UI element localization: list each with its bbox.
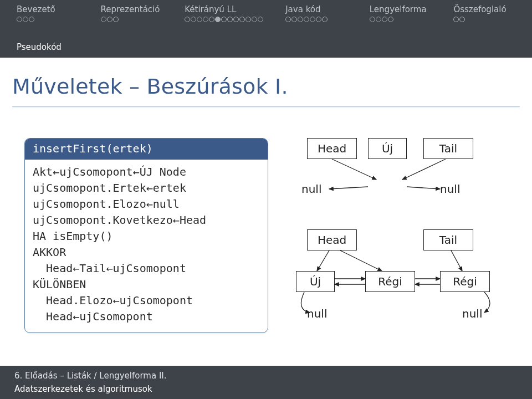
nav-label: Java kód	[285, 4, 347, 14]
progress-dot	[239, 17, 245, 22]
progress-dot	[316, 17, 321, 22]
progress-dot	[304, 17, 309, 22]
svg-line-7	[451, 250, 462, 271]
svg-line-6	[340, 250, 382, 271]
footer-line-1: 6. Előadás – Listák / Lengyelforma II.	[14, 371, 518, 381]
progress-dot	[322, 17, 328, 22]
progress-dot	[23, 17, 28, 22]
nav-item-3[interactable]: Java kód	[274, 4, 359, 39]
nav-label: Bevezető	[17, 4, 79, 14]
nav-progress-dots	[453, 17, 515, 22]
progress-dot	[233, 17, 239, 22]
title-bar: Műveletek – Beszúrások I.	[12, 66, 520, 107]
footer-line-2: Adatszerkezetek és algoritmusok	[14, 384, 518, 394]
progress-dot	[185, 17, 190, 22]
nav-progress-dots	[285, 17, 347, 22]
progress-dot	[197, 17, 202, 22]
nav-item-5[interactable]: Összefoglaló	[442, 4, 532, 39]
slide-title: Műveletek – Beszúrások I.	[12, 74, 520, 99]
svg-line-3	[329, 187, 368, 189]
progress-dot	[227, 17, 233, 22]
slide-content: insertFirst(ertek) Akt←ujCsomopont←ÚJ No…	[0, 107, 532, 333]
progress-dot	[252, 17, 257, 22]
progress-dot	[291, 17, 297, 22]
progress-dot	[107, 17, 112, 22]
pseudocode-header: insertFirst(ertek)	[25, 139, 268, 160]
nav-label: Összefoglaló	[453, 4, 515, 14]
diagram-arrows	[279, 138, 512, 337]
progress-dot	[388, 17, 393, 22]
nav-progress-dots	[17, 17, 79, 22]
slide-footer: 6. Előadás – Listák / Lengyelforma II. A…	[0, 366, 532, 399]
progress-dot	[285, 17, 291, 22]
nav-item-4[interactable]: Lengyelforma	[359, 4, 443, 39]
nav-progress-dots	[101, 17, 163, 22]
nav-item-2[interactable]: Kétirányú LL	[173, 4, 274, 39]
progress-dot	[382, 17, 387, 22]
progress-dot	[459, 17, 465, 22]
progress-dot	[101, 17, 106, 22]
nav-progress-dots	[370, 17, 432, 22]
section-subheader: Pseudokód	[0, 39, 532, 58]
progress-dot	[17, 17, 22, 22]
progress-dot	[310, 17, 315, 22]
nav-label: Kétirányú LL	[185, 4, 263, 14]
progress-dot	[245, 17, 251, 22]
nav-item-0[interactable]: Bevezető	[0, 4, 90, 39]
nav-item-1[interactable]: Reprezentáció	[90, 4, 174, 39]
nav-label: Reprezentáció	[101, 4, 163, 14]
progress-dot	[209, 17, 214, 22]
progress-dot	[191, 17, 196, 22]
nav-progress-dots	[185, 17, 263, 22]
nav-label: Lengyelforma	[370, 4, 432, 14]
pseudocode-body: Akt←ujCsomopont←ÚJ Node ujCsomopont.Erte…	[25, 160, 268, 332]
progress-dot	[453, 17, 459, 22]
progress-dot	[113, 17, 119, 22]
progress-dot	[221, 17, 227, 22]
progress-dot	[258, 17, 263, 22]
progress-dot	[203, 17, 208, 22]
svg-line-4	[407, 187, 440, 189]
progress-dot	[29, 17, 34, 22]
svg-line-5	[317, 250, 329, 271]
svg-line-1	[332, 159, 376, 180]
progress-dot	[376, 17, 381, 22]
progress-dot	[298, 17, 303, 22]
progress-dot	[370, 17, 375, 22]
svg-line-2	[402, 159, 446, 180]
slide-nav: BevezetőReprezentációKétirányú LLJava kó…	[0, 0, 532, 39]
progress-dot	[215, 17, 221, 22]
pseudocode-panel: insertFirst(ertek) Akt←ujCsomopont←ÚJ No…	[24, 138, 268, 333]
diagram: Head Tail Új null null Head Tail Új Régi…	[279, 138, 515, 333]
